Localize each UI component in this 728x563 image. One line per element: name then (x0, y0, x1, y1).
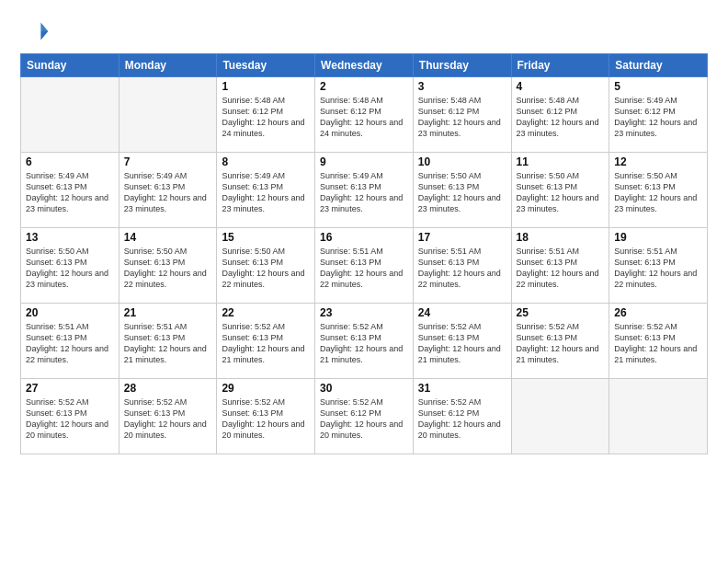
cell-info: Sunrise: 5:49 AM Sunset: 6:13 PM Dayligh… (124, 170, 212, 215)
cell-day-number: 10 (418, 155, 506, 168)
calendar-week-row: 13Sunrise: 5:50 AM Sunset: 6:13 PM Dayli… (21, 228, 708, 304)
cell-day-number: 20 (26, 306, 114, 319)
calendar-cell: 18Sunrise: 5:51 AM Sunset: 6:13 PM Dayli… (511, 228, 609, 304)
cell-info: Sunrise: 5:52 AM Sunset: 6:13 PM Dayligh… (222, 321, 310, 366)
calendar-week-row: 1Sunrise: 5:48 AM Sunset: 6:12 PM Daylig… (21, 77, 708, 153)
cell-info: Sunrise: 5:50 AM Sunset: 6:13 PM Dayligh… (222, 246, 310, 291)
calendar-cell: 19Sunrise: 5:51 AM Sunset: 6:13 PM Dayli… (609, 228, 708, 304)
calendar-cell: 27Sunrise: 5:52 AM Sunset: 6:13 PM Dayli… (21, 379, 119, 454)
cell-day-number: 5 (614, 80, 702, 93)
weekday-header: Saturday (609, 54, 708, 77)
calendar-week-row: 6Sunrise: 5:49 AM Sunset: 6:13 PM Daylig… (21, 153, 708, 228)
cell-day-number: 15 (222, 231, 310, 244)
calendar-week-row: 20Sunrise: 5:51 AM Sunset: 6:13 PM Dayli… (21, 304, 708, 379)
cell-info: Sunrise: 5:50 AM Sunset: 6:13 PM Dayligh… (418, 170, 506, 215)
cell-info: Sunrise: 5:52 AM Sunset: 6:13 PM Dayligh… (124, 396, 212, 442)
calendar-cell: 26Sunrise: 5:52 AM Sunset: 6:13 PM Dayli… (609, 304, 708, 379)
calendar-cell: 21Sunrise: 5:51 AM Sunset: 6:13 PM Dayli… (119, 304, 217, 379)
weekday-header: Wednesday (315, 54, 414, 77)
calendar-cell: 31Sunrise: 5:52 AM Sunset: 6:12 PM Dayli… (413, 379, 511, 454)
calendar-cell: 12Sunrise: 5:50 AM Sunset: 6:13 PM Dayli… (609, 153, 708, 228)
cell-info: Sunrise: 5:49 AM Sunset: 6:13 PM Dayligh… (222, 170, 310, 215)
calendar-cell: 2Sunrise: 5:48 AM Sunset: 6:12 PM Daylig… (315, 77, 414, 153)
calendar-cell: 6Sunrise: 5:49 AM Sunset: 6:13 PM Daylig… (21, 153, 119, 228)
calendar-header-row: SundayMondayTuesdayWednesdayThursdayFrid… (21, 54, 708, 77)
cell-day-number: 11 (517, 155, 605, 168)
cell-info: Sunrise: 5:51 AM Sunset: 6:13 PM Dayligh… (517, 246, 605, 291)
cell-info: Sunrise: 5:51 AM Sunset: 6:13 PM Dayligh… (614, 246, 702, 291)
cell-day-number: 4 (517, 80, 605, 93)
cell-day-number: 27 (26, 382, 114, 395)
logo (20, 17, 53, 46)
calendar-cell: 25Sunrise: 5:52 AM Sunset: 6:13 PM Dayli… (511, 304, 609, 379)
cell-day-number: 2 (320, 80, 408, 93)
weekday-header: Tuesday (217, 54, 315, 77)
calendar-cell: 13Sunrise: 5:50 AM Sunset: 6:13 PM Dayli… (21, 228, 119, 304)
calendar-cell: 29Sunrise: 5:52 AM Sunset: 6:13 PM Dayli… (217, 379, 315, 454)
cell-day-number: 26 (614, 306, 702, 319)
cell-day-number: 23 (320, 306, 408, 319)
cell-info: Sunrise: 5:52 AM Sunset: 6:13 PM Dayligh… (26, 396, 114, 442)
calendar-cell: 15Sunrise: 5:50 AM Sunset: 6:13 PM Dayli… (217, 228, 315, 304)
calendar-cell: 5Sunrise: 5:49 AM Sunset: 6:12 PM Daylig… (609, 77, 708, 153)
calendar-cell: 4Sunrise: 5:48 AM Sunset: 6:12 PM Daylig… (511, 77, 609, 153)
calendar-cell: 8Sunrise: 5:49 AM Sunset: 6:13 PM Daylig… (217, 153, 315, 228)
cell-info: Sunrise: 5:51 AM Sunset: 6:13 PM Dayligh… (320, 246, 408, 291)
svg-marker-1 (40, 31, 48, 40)
calendar-cell (119, 77, 217, 153)
cell-day-number: 19 (614, 231, 702, 244)
cell-day-number: 9 (320, 155, 408, 168)
cell-info: Sunrise: 5:51 AM Sunset: 6:13 PM Dayligh… (26, 321, 114, 366)
cell-day-number: 22 (222, 306, 310, 319)
cell-info: Sunrise: 5:52 AM Sunset: 6:13 PM Dayligh… (418, 321, 506, 366)
calendar-table: SundayMondayTuesdayWednesdayThursdayFrid… (20, 53, 708, 454)
cell-info: Sunrise: 5:52 AM Sunset: 6:12 PM Dayligh… (418, 396, 506, 442)
cell-info: Sunrise: 5:48 AM Sunset: 6:12 PM Dayligh… (517, 95, 605, 140)
cell-day-number: 31 (418, 382, 506, 395)
weekday-header: Sunday (21, 54, 119, 77)
cell-info: Sunrise: 5:52 AM Sunset: 6:13 PM Dayligh… (517, 321, 605, 366)
calendar-cell: 14Sunrise: 5:50 AM Sunset: 6:13 PM Dayli… (119, 228, 217, 304)
weekday-header: Monday (119, 54, 217, 77)
calendar-cell: 1Sunrise: 5:48 AM Sunset: 6:12 PM Daylig… (217, 77, 315, 153)
cell-day-number: 25 (517, 306, 605, 319)
cell-day-number: 18 (517, 231, 605, 244)
calendar-cell: 11Sunrise: 5:50 AM Sunset: 6:13 PM Dayli… (511, 153, 609, 228)
cell-day-number: 8 (222, 155, 310, 168)
cell-info: Sunrise: 5:51 AM Sunset: 6:13 PM Dayligh… (124, 321, 212, 366)
cell-info: Sunrise: 5:50 AM Sunset: 6:13 PM Dayligh… (26, 246, 114, 291)
cell-info: Sunrise: 5:51 AM Sunset: 6:13 PM Dayligh… (418, 246, 506, 291)
calendar-cell: 7Sunrise: 5:49 AM Sunset: 6:13 PM Daylig… (119, 153, 217, 228)
cell-day-number: 14 (124, 231, 212, 244)
calendar-cell: 16Sunrise: 5:51 AM Sunset: 6:13 PM Dayli… (315, 228, 414, 304)
cell-day-number: 13 (26, 231, 114, 244)
calendar-cell (21, 77, 119, 153)
weekday-header: Friday (511, 54, 609, 77)
cell-info: Sunrise: 5:49 AM Sunset: 6:13 PM Dayligh… (26, 170, 114, 215)
cell-day-number: 28 (124, 382, 212, 395)
cell-info: Sunrise: 5:48 AM Sunset: 6:12 PM Dayligh… (222, 95, 310, 140)
cell-day-number: 21 (124, 306, 212, 319)
cell-day-number: 7 (124, 155, 212, 168)
cell-day-number: 17 (418, 231, 506, 244)
cell-info: Sunrise: 5:48 AM Sunset: 6:12 PM Dayligh… (320, 95, 408, 140)
calendar-cell: 24Sunrise: 5:52 AM Sunset: 6:13 PM Dayli… (413, 304, 511, 379)
calendar-cell: 9Sunrise: 5:49 AM Sunset: 6:13 PM Daylig… (315, 153, 414, 228)
calendar-cell: 20Sunrise: 5:51 AM Sunset: 6:13 PM Dayli… (21, 304, 119, 379)
cell-info: Sunrise: 5:52 AM Sunset: 6:13 PM Dayligh… (320, 321, 408, 366)
header (20, 17, 708, 46)
calendar-cell: 30Sunrise: 5:52 AM Sunset: 6:12 PM Dayli… (315, 379, 414, 454)
cell-day-number: 6 (26, 155, 114, 168)
cell-info: Sunrise: 5:49 AM Sunset: 6:12 PM Dayligh… (614, 95, 702, 140)
svg-marker-0 (40, 22, 48, 31)
page: SundayMondayTuesdayWednesdayThursdayFrid… (0, 0, 728, 563)
calendar-cell: 3Sunrise: 5:48 AM Sunset: 6:12 PM Daylig… (413, 77, 511, 153)
logo-icon (20, 17, 50, 46)
cell-day-number: 16 (320, 231, 408, 244)
cell-info: Sunrise: 5:50 AM Sunset: 6:13 PM Dayligh… (517, 170, 605, 215)
calendar-cell: 10Sunrise: 5:50 AM Sunset: 6:13 PM Dayli… (413, 153, 511, 228)
calendar-cell (609, 379, 708, 454)
cell-day-number: 3 (418, 80, 506, 93)
cell-day-number: 24 (418, 306, 506, 319)
calendar-cell: 22Sunrise: 5:52 AM Sunset: 6:13 PM Dayli… (217, 304, 315, 379)
